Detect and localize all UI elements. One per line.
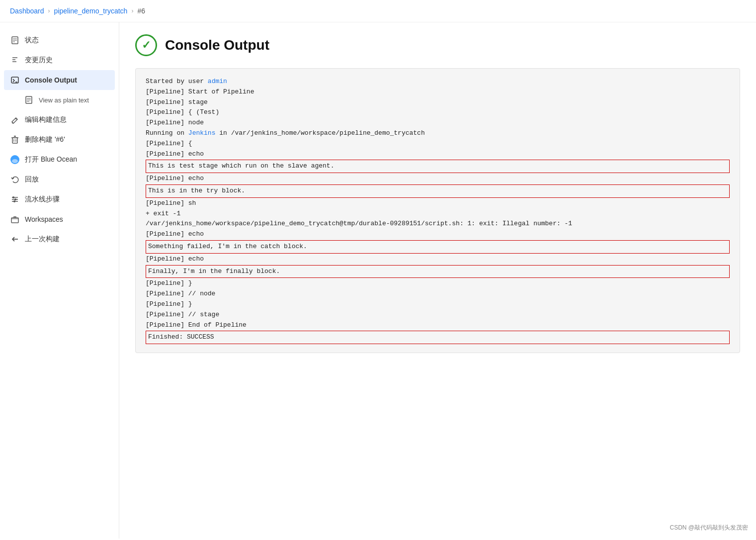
- console-line-18: [Pipeline] }: [146, 278, 730, 289]
- console-output-box: Started by user admin[Pipeline] Start of…: [135, 68, 740, 353]
- console-line-14: [Pipeline] echo: [146, 229, 730, 240]
- console-line-5: Running on Jenkins in /var/jenkins_home/…: [146, 128, 730, 139]
- sidebar-item-console-output[interactable]: Console Output: [4, 70, 115, 90]
- console-line-6: [Pipeline] {: [146, 139, 730, 149]
- pipeline-steps-icon: [10, 194, 20, 204]
- sidebar-item-workspaces[interactable]: Workspaces: [0, 209, 119, 229]
- console-line-0: Started by user admin: [146, 77, 730, 87]
- svg-point-18: [12, 159, 18, 163]
- console-output-icon: [10, 75, 20, 85]
- view-plain-text-label: View as plain text: [39, 96, 89, 104]
- sidebar-item-replay[interactable]: 回放: [0, 170, 119, 189]
- console-line-22: [Pipeline] End of Pipeline: [146, 320, 730, 331]
- console-line-10: This is in the try block.: [146, 184, 730, 198]
- workspaces-label: Workspaces: [25, 215, 63, 223]
- prev-build-icon: [10, 234, 20, 244]
- svg-point-24: [13, 200, 15, 202]
- console-line-20: [Pipeline] }: [146, 299, 730, 310]
- sidebar-item-edit-build[interactable]: 编辑构建信息: [0, 110, 119, 130]
- breadcrumb-pipeline[interactable]: pipeline_demo_trycatch: [54, 7, 128, 15]
- console-line-8: This is test stage which run on the slav…: [146, 160, 730, 173]
- breadcrumb-sep-2: ›: [131, 7, 133, 14]
- console-line-2: [Pipeline] stage: [146, 97, 730, 108]
- console-line-1: [Pipeline] Start of Pipeline: [146, 87, 730, 97]
- watermark: CSDN @敲代码敲到头发茂密: [670, 524, 748, 532]
- console-line-12: + exit -1: [146, 209, 730, 219]
- blue-ocean-label: 打开 Blue Ocean: [25, 155, 77, 164]
- console-output-label: Console Output: [25, 76, 77, 84]
- console-line-4: [Pipeline] node: [146, 118, 730, 128]
- sidebar-item-status[interactable]: 状态: [0, 30, 119, 50]
- pipeline-steps-label: 流水线步骤: [25, 195, 60, 204]
- workspaces-icon: [10, 214, 20, 224]
- sidebar-item-delete-build[interactable]: 删除构建 '#6': [0, 130, 119, 150]
- page-title-row: ✓ Console Output: [135, 34, 740, 56]
- replay-label: 回放: [25, 175, 39, 184]
- breadcrumb-current: #6: [137, 7, 145, 15]
- console-line-11: [Pipeline] sh: [146, 198, 730, 209]
- svg-point-22: [12, 196, 14, 198]
- svg-line-11: [12, 123, 13, 123]
- svg-point-23: [14, 198, 16, 200]
- console-line-17: Finally, I'm in the finally block.: [146, 265, 730, 278]
- console-line-16: [Pipeline] echo: [146, 254, 730, 265]
- delete-build-icon: [10, 135, 20, 145]
- status-label: 状态: [25, 36, 39, 45]
- sidebar: 状态变更历史Console OutputView as plain text编辑…: [0, 22, 119, 539]
- console-line-9: [Pipeline] echo: [146, 174, 730, 184]
- console-link-5[interactable]: Jenkins: [188, 129, 216, 137]
- sidebar-item-view-plain-text[interactable]: View as plain text: [0, 90, 119, 110]
- sidebar-item-prev-build[interactable]: 上一次构建: [0, 229, 119, 249]
- blue-ocean-icon: [10, 155, 20, 165]
- status-icon: [10, 35, 20, 45]
- breadcrumb-sep-1: ›: [48, 7, 50, 14]
- breadcrumb-dashboard[interactable]: Dashboard: [10, 7, 44, 15]
- edit-build-icon: [10, 115, 20, 125]
- console-line-13: /var/jenkins_home/workspace/pipeline_dem…: [146, 219, 730, 229]
- success-icon: ✓: [135, 34, 157, 56]
- main-content: ✓ Console Output Started by user admin[P…: [119, 22, 756, 539]
- console-line-21: [Pipeline] // stage: [146, 310, 730, 320]
- console-line-23: Finished: SUCCESS: [146, 331, 730, 344]
- console-line-19: [Pipeline] // node: [146, 289, 730, 299]
- change-history-label: 变更历史: [25, 56, 53, 65]
- sidebar-item-pipeline-steps[interactable]: 流水线步骤: [0, 189, 119, 209]
- main-layout: 状态变更历史Console OutputView as plain text编辑…: [0, 22, 756, 539]
- console-line-15: Something failed, I'm in the catch block…: [146, 240, 730, 254]
- prev-build-label: 上一次构建: [25, 235, 60, 244]
- delete-build-label: 删除构建 '#6': [25, 135, 65, 144]
- breadcrumb: Dashboard › pipeline_demo_trycatch › #6: [0, 0, 756, 22]
- page-title: Console Output: [165, 37, 269, 53]
- edit-build-label: 编辑构建信息: [25, 115, 67, 124]
- console-line-7: [Pipeline] echo: [146, 149, 730, 160]
- change-history-icon: [10, 55, 20, 65]
- svg-rect-12: [12, 138, 17, 143]
- sidebar-item-blue-ocean[interactable]: 打开 Blue Ocean: [0, 150, 119, 170]
- console-line-3: [Pipeline] { (Test): [146, 107, 730, 118]
- replay-icon: [10, 175, 20, 184]
- sidebar-item-change-history[interactable]: 变更历史: [0, 50, 119, 70]
- view-plain-text-icon: [24, 95, 34, 105]
- console-link-0[interactable]: admin: [208, 78, 227, 85]
